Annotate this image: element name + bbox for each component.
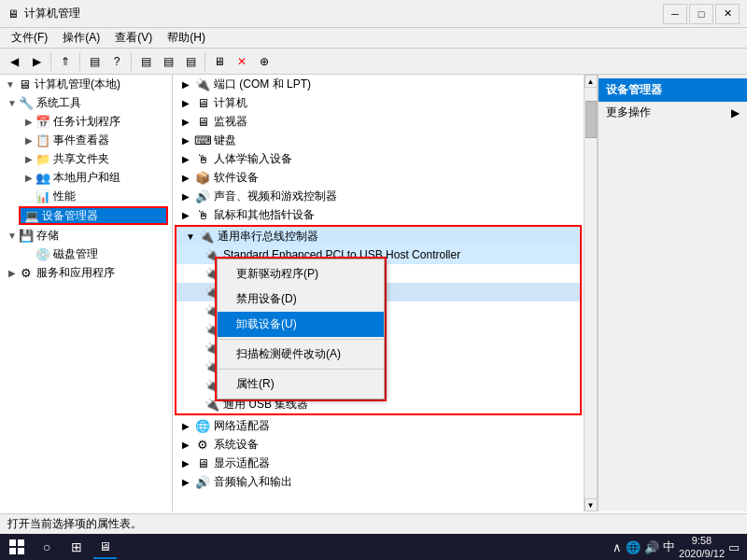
sidebar-item-local-users[interactable]: ▶ 👥 本地用户和组 [0, 168, 172, 187]
ctx-disable-device[interactable]: 禁用设备(D) [218, 287, 384, 312]
dev-usb-ctrl[interactable]: ▼ 🔌 通用串行总线控制器 [176, 227, 580, 245]
sidebar-item-shared-folders[interactable]: ▶ 📁 共享文件夹 [0, 149, 172, 168]
sidebar-item-storage[interactable]: ▼ 💾 存储 [0, 226, 172, 245]
taskbar-lang[interactable]: 中 [663, 539, 675, 555]
toolbar-sep4 [204, 52, 205, 71]
windows-icon [9, 539, 24, 554]
storage-toggle[interactable]: ▼ [6, 231, 19, 241]
dev-display[interactable]: ▶ 🖥 显示适配器 [173, 454, 584, 472]
toolbar-up[interactable]: ⇑ [55, 51, 76, 72]
dev-net[interactable]: ▶ 🌐 网络适配器 [173, 416, 584, 435]
event-label: 事件查看器 [53, 133, 109, 148]
hid-label: 人体学输入设备 [214, 151, 292, 167]
toolbar-add[interactable]: ⊕ [254, 51, 275, 72]
svc-toggle[interactable]: ▶ [6, 268, 19, 278]
sidebar-item-sys-tools[interactable]: ▼ 🔧 系统工具 [0, 93, 172, 112]
taskbar-app-icon: 🖥 [99, 539, 111, 553]
dev-software[interactable]: ▶ 📦 软件设备 [173, 168, 584, 187]
snd-toggle[interactable]: ▶ [182, 191, 195, 202]
task-toggle[interactable]: ▶ [22, 117, 35, 127]
menu-help[interactable]: 帮助(H) [160, 28, 213, 48]
taskbar-network-icon[interactable]: 🌐 [626, 540, 641, 554]
dev-hid[interactable]: ▶ 🖱 人体学输入设备 [173, 149, 584, 168]
svg-rect-1 [18, 539, 24, 546]
dev-computer[interactable]: ▶ 🖥 计算机 [173, 93, 584, 112]
toolbar-delete[interactable]: ✕ [232, 51, 252, 72]
svg-rect-2 [9, 548, 16, 554]
sidebar-item-performance[interactable]: 📊 性能 [0, 187, 172, 205]
taskbar-app-compmgmt[interactable]: 🖥 [93, 535, 117, 559]
dev-mouse[interactable]: ▶ 🖱 鼠标和其他指针设备 [173, 205, 584, 224]
ctx-properties[interactable]: 属性(R) [218, 371, 384, 397]
ctx-uninstall-device[interactable]: 卸载设备(U) [218, 312, 384, 337]
device-list-scrollbar[interactable]: ▲ ▼ [584, 75, 597, 511]
toolbar-show-hide[interactable]: ▤ [84, 51, 105, 72]
sw-toggle[interactable]: ▶ [182, 173, 195, 183]
close-button[interactable]: ✕ [715, 4, 740, 24]
com-toggle[interactable]: ▶ [182, 79, 195, 90]
maximize-button[interactable]: □ [689, 4, 713, 24]
sys-toggle[interactable]: ▶ [182, 440, 195, 450]
dev-audio[interactable]: ▶ 🔊 音频输入和输出 [173, 472, 584, 491]
comp-toggle[interactable]: ▶ [182, 98, 195, 108]
dev-com-lpt[interactable]: ▶ 🔌 端口 (COM 和 LPT) [173, 75, 584, 93]
net-toggle[interactable]: ▶ [182, 421, 195, 431]
toolbar-forward[interactable]: ▶ [26, 51, 47, 72]
toolbar: ◀ ▶ ⇑ ▤ ? ▤ ▤ ▤ 🖥 ✕ ⊕ [0, 49, 747, 75]
toolbar-help[interactable]: ? [106, 51, 127, 72]
usb-toggle[interactable]: ▼ [186, 231, 199, 242]
actions-more[interactable]: 更多操作 ▶ [599, 102, 747, 123]
scroll-thumb[interactable] [585, 101, 597, 138]
toolbar-view2[interactable]: ▤ [158, 51, 178, 72]
shared-toggle[interactable]: ▶ [22, 154, 35, 164]
sidebar-item-services[interactable]: ▶ ⚙ 服务和应用程序 [0, 263, 172, 282]
svc-label: 服务和应用程序 [36, 265, 115, 281]
scroll-down-arrow[interactable]: ▼ [585, 498, 598, 511]
toolbar-computer[interactable]: 🖥 [209, 51, 230, 72]
mouse-toggle[interactable]: ▶ [182, 210, 195, 220]
sidebar-item-event-viewer[interactable]: ▶ 📋 事件查看器 [0, 131, 172, 149]
sys-tools-toggle[interactable]: ▼ [6, 98, 19, 108]
toolbar-sep1 [50, 52, 51, 71]
ctx-separator [218, 339, 384, 340]
start-button[interactable] [4, 535, 30, 559]
menu-file[interactable]: 文件(F) [4, 28, 55, 48]
event-toggle[interactable]: ▶ [22, 135, 35, 146]
toolbar-back[interactable]: ◀ [4, 51, 24, 72]
disp-label: 显示适配器 [214, 455, 270, 471]
dev-keyboard[interactable]: ▶ ⌨ 键盘 [173, 131, 584, 149]
toolbar-view3[interactable]: ▤ [180, 51, 201, 72]
dev-sys[interactable]: ▶ ⚙ 系统设备 [173, 435, 584, 454]
local-toggle[interactable]: ▶ [22, 173, 35, 183]
sidebar-item-disk-mgmt[interactable]: 💿 磁盘管理 [0, 245, 172, 263]
hid-toggle[interactable]: ▶ [182, 154, 195, 164]
sidebar-item-task-scheduler[interactable]: ▶ 📅 任务计划程序 [0, 112, 172, 131]
taskbar-show-desktop[interactable]: ▭ [728, 540, 740, 554]
scroll-up-arrow[interactable]: ▲ [585, 75, 598, 88]
menu-view[interactable]: 查看(V) [107, 28, 160, 48]
taskbar-chevron[interactable]: ∧ [613, 540, 622, 554]
dev-monitor[interactable]: ▶ 🖥 监视器 [173, 112, 584, 131]
taskbar-volume-icon[interactable]: 🔊 [644, 540, 659, 554]
mouse-icon: 🖱 [195, 207, 210, 222]
disp-toggle[interactable]: ▶ [182, 458, 195, 469]
audio-toggle[interactable]: ▶ [182, 477, 195, 487]
sidebar-item-device-manager[interactable]: 💻 设备管理器 [19, 206, 168, 225]
root-toggle[interactable]: ▼ [4, 79, 17, 90]
storage-icon: 💾 [19, 228, 34, 243]
kb-icon: ⌨ [195, 133, 210, 147]
snd-label: 声音、视频和游戏控制器 [214, 189, 337, 204]
toolbar-view1[interactable]: ▤ [135, 51, 156, 72]
ctx-update-driver[interactable]: 更新驱动程序(P) [218, 261, 384, 287]
taskbar-clock[interactable]: 9:58 2020/9/12 [679, 534, 725, 560]
minimize-button[interactable]: ─ [663, 4, 687, 24]
context-menu: 更新驱动程序(P) 禁用设备(D) 卸载设备(U) 扫描检测硬件改动(A) 属性… [217, 259, 385, 399]
dev-sound[interactable]: ▶ 🔊 声音、视频和游戏控制器 [173, 187, 584, 205]
menu-action[interactable]: 操作(A) [55, 28, 107, 48]
mon-toggle[interactable]: ▶ [182, 117, 195, 127]
taskbar-search-button[interactable]: ○ [34, 535, 60, 559]
ctx-scan-hardware[interactable]: 扫描检测硬件改动(A) [218, 342, 384, 367]
sidebar-root[interactable]: ▼ 🖥 计算机管理(本地) [0, 75, 172, 93]
taskbar-taskview-button[interactable]: ⊞ [63, 535, 90, 559]
audio-icon: 🔊 [195, 474, 210, 489]
